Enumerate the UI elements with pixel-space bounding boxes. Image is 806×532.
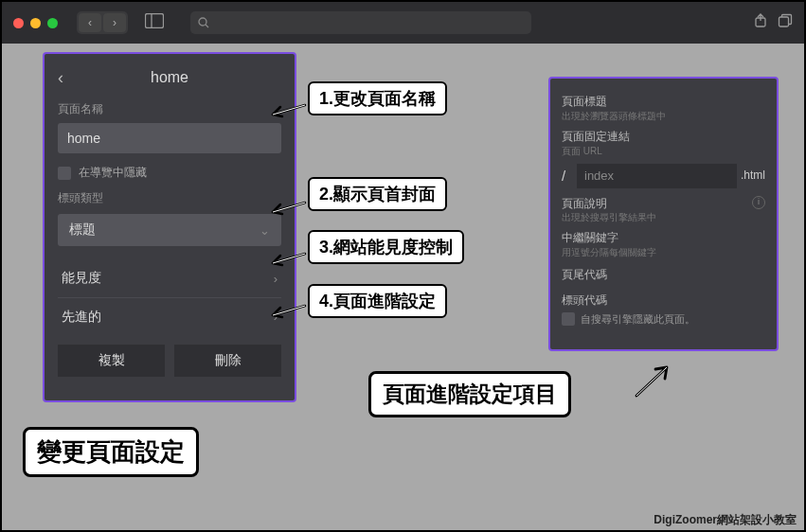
fullscreen-window-button[interactable] [47, 18, 58, 28]
header-type-label: 標頭類型 [58, 190, 281, 206]
hide-from-search-checkbox[interactable]: 自搜尋引擎隱藏此頁面。 [562, 312, 765, 327]
url-extension: .html [741, 168, 765, 184]
callout-1: 1.更改頁面名稱 [308, 81, 447, 115]
page-title-hint: 出現於瀏覽器頭條標題中 [562, 110, 765, 123]
header-type-select[interactable]: 標題 ⌄ [58, 214, 281, 246]
arrow-icon [629, 362, 676, 399]
checkbox-icon [58, 167, 71, 180]
footer-credit: DigiZoomer網站架設小教室 [654, 512, 797, 528]
chevron-right-icon: › [274, 310, 278, 324]
callout-3: 3.網站能見度控制 [308, 230, 464, 264]
info-icon[interactable]: i [752, 196, 765, 209]
permalink-hint: 頁面 URL [562, 145, 765, 158]
back-button[interactable]: ‹ [79, 13, 101, 32]
chevron-down-icon: ⌄ [260, 223, 270, 238]
svg-line-3 [206, 25, 208, 27]
footer-code-label: 頁尾代碼 [562, 267, 765, 283]
page-name-input[interactable]: home [58, 123, 281, 153]
advanced-settings-panel: 頁面標題 出現於瀏覽器頭條標題中 頁面固定連結 頁面 URL / index .… [548, 77, 779, 351]
visibility-row[interactable]: 能見度 › [58, 259, 281, 297]
keywords-hint: 用逗號分隔每個關鍵字 [562, 246, 765, 259]
left-big-label: 變更頁面設定 [23, 427, 199, 477]
page-title-label: 頁面標題 [562, 94, 765, 110]
panel-title: home [77, 69, 281, 86]
url-slash: / [562, 166, 573, 186]
panel-back-button[interactable]: ‹ [58, 68, 77, 88]
close-window-button[interactable] [13, 18, 24, 28]
share-icon[interactable] [753, 13, 768, 32]
advanced-row[interactable]: 先進的 › [58, 297, 281, 335]
callout-2: 2.顯示頁首封面 [308, 177, 447, 211]
delete-button[interactable]: 刪除 [174, 345, 281, 377]
permalink-label: 頁面固定連結 [562, 129, 765, 145]
sidebar-toggle-icon[interactable] [145, 13, 164, 32]
description-hint: 出現於搜尋引擎結果中 [562, 211, 765, 224]
address-search-bar[interactable] [190, 11, 531, 34]
keywords-label: 中繼關鍵字 [562, 230, 765, 246]
page-name-label: 頁面名稱 [58, 101, 281, 117]
tabs-icon[interactable] [778, 13, 793, 32]
forward-button[interactable]: › [103, 13, 126, 32]
search-icon [198, 17, 209, 28]
description-label: 頁面說明 i [562, 196, 765, 212]
svg-rect-0 [146, 14, 164, 28]
url-input[interactable]: index [577, 164, 737, 188]
hide-in-nav-checkbox[interactable]: 在導覽中隱藏 [58, 165, 281, 181]
svg-point-2 [199, 18, 206, 26]
page-settings-panel: ‹ home 頁面名稱 home 在導覽中隱藏 標頭類型 標題 ⌄ 能見度 › … [43, 52, 296, 402]
minimize-window-button[interactable] [30, 18, 41, 28]
right-big-label: 頁面進階設定項目 [368, 371, 571, 417]
svg-rect-5 [779, 17, 789, 27]
chevron-right-icon: › [274, 272, 278, 286]
window-titlebar: ‹ › [2, 2, 804, 44]
nav-group: ‹ › [77, 11, 128, 34]
traffic-lights [13, 18, 58, 28]
duplicate-button[interactable]: 複製 [58, 345, 165, 377]
callout-4: 4.頁面進階設定 [308, 284, 447, 318]
checkbox-icon [562, 312, 575, 326]
header-code-label: 標頭代碼 [562, 293, 765, 309]
